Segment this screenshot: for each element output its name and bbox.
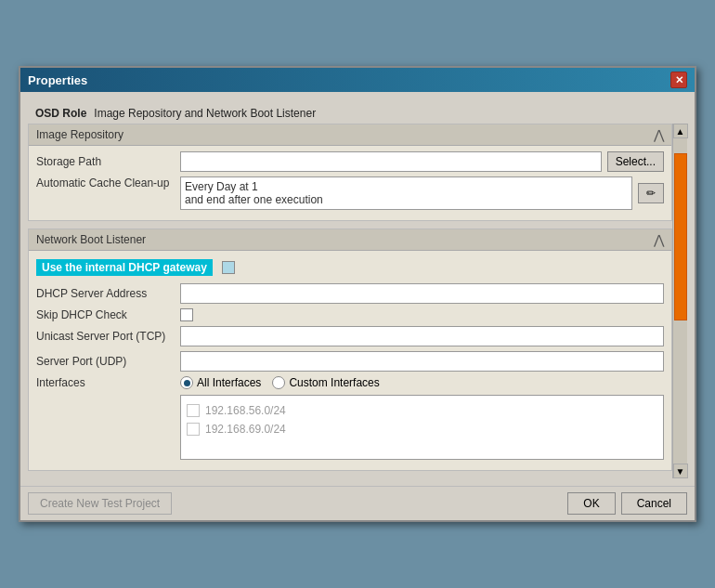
properties-window: Properties ✕ ⊙ OSD Role Image Repository…: [19, 66, 696, 522]
dhcp-server-address-input[interactable]: 172.16.101.150: [180, 283, 664, 304]
storage-path-control: ./data/OsDeployment/streams Select...: [180, 151, 664, 172]
image-repository-section: Image Repository ⋀ Storage Path ./data/O…: [28, 124, 672, 221]
server-port-udp-row: Server Port (UDP) 1610: [36, 351, 664, 372]
server-port-udp-label: Server Port (UDP): [36, 355, 180, 368]
footer: Create New Test Project OK Cancel: [20, 486, 695, 520]
unicast-server-port-input[interactable]: 1613: [180, 326, 664, 346]
dhcp-server-address-label: DHCP Server Address: [36, 287, 180, 300]
edit-button[interactable]: ✏: [638, 183, 664, 203]
interface-item-1: 192.168.56.0/24: [187, 401, 657, 420]
interface-item-2: 192.168.69.0/24: [187, 420, 657, 438]
dhcp-gateway-label: Use the internal DHCP gateway: [36, 259, 213, 276]
interface-2-value: 192.168.69.0/24: [205, 423, 286, 436]
cache-cleanup-line1: Every Day at 1: [185, 180, 628, 193]
scrollbar-down-arrow[interactable]: ▼: [673, 464, 688, 478]
custom-interfaces-radio-btn[interactable]: [272, 376, 285, 389]
scrollbar-up-arrow[interactable]: ▲: [673, 124, 688, 138]
all-interfaces-radio-btn[interactable]: [180, 376, 193, 389]
network-boot-listener-section: Network Boot Listener ⋀ Use the internal…: [28, 229, 672, 471]
interfaces-control: All Interfaces Custom Interfaces: [180, 376, 664, 460]
cancel-button[interactable]: Cancel: [621, 492, 687, 515]
storage-path-input[interactable]: ./data/OsDeployment/streams: [180, 151, 602, 172]
osd-role-label: OSD Role: [35, 107, 86, 120]
skip-dhcp-checkbox[interactable]: [180, 308, 193, 321]
dhcp-gateway-row: Use the internal DHCP gateway: [36, 256, 664, 279]
dhcp-gateway-checkbox[interactable]: [222, 261, 235, 274]
cache-cleanup-line2: and end after one execution: [185, 193, 628, 206]
interface-2-checkbox[interactable]: [187, 423, 200, 436]
image-repository-collapse[interactable]: ⋀: [654, 127, 664, 142]
server-port-udp-control: 1610: [180, 351, 664, 372]
unicast-server-port-control: 1613: [180, 326, 664, 346]
skip-dhcp-check-label: Skip DHCP Check: [36, 308, 180, 321]
unicast-server-port-label: Unicast Server Port (TCP): [36, 330, 180, 343]
dhcp-server-address-control: 172.16.101.150: [180, 283, 664, 304]
create-test-project-button[interactable]: Create New Test Project: [28, 492, 172, 515]
osd-role-value: Image Repository and Network Boot Listen…: [94, 107, 316, 120]
interface-1-value: 192.168.56.0/24: [205, 404, 286, 417]
image-repository-title: Image Repository: [36, 128, 124, 141]
select-button[interactable]: Select...: [607, 151, 664, 172]
unicast-server-port-row: Unicast Server Port (TCP) 1613: [36, 326, 664, 346]
scrollbar-track: ▲ ▼: [672, 124, 687, 478]
ok-button[interactable]: OK: [567, 492, 615, 515]
cache-cleanup-text: Every Day at 1 and end after one executi…: [180, 176, 632, 210]
cache-cleanup-control: Every Day at 1 and end after one executi…: [180, 176, 664, 210]
interfaces-radio-group: All Interfaces Custom Interfaces: [180, 376, 380, 389]
custom-interfaces-label: Custom Interfaces: [289, 376, 379, 389]
interfaces-row: Interfaces All Interfaces Cus: [36, 376, 664, 460]
osd-role-row: OSD Role Image Repository and Network Bo…: [28, 103, 687, 124]
custom-interfaces-radio[interactable]: Custom Interfaces: [272, 376, 379, 389]
dhcp-server-address-row: DHCP Server Address 172.16.101.150: [36, 283, 664, 304]
cache-cleanup-label: Automatic Cache Clean-up: [36, 176, 180, 189]
scrollbar-thumb[interactable]: [674, 153, 687, 320]
image-repository-header: Image Repository ⋀: [29, 124, 671, 146]
skip-dhcp-check-row: Skip DHCP Check: [36, 308, 664, 321]
network-boot-listener-collapse[interactable]: ⋀: [654, 232, 664, 247]
storage-path-label: Storage Path: [36, 155, 180, 168]
title-bar: Properties ✕: [20, 68, 695, 92]
server-port-udp-input[interactable]: 1610: [180, 351, 664, 372]
network-boot-listener-title: Network Boot Listener: [36, 233, 146, 246]
close-button[interactable]: ✕: [670, 72, 687, 88]
skip-dhcp-check-control: [180, 308, 664, 321]
interfaces-label: Interfaces: [36, 376, 180, 389]
all-interfaces-radio[interactable]: All Interfaces: [180, 376, 261, 389]
storage-path-row: Storage Path ./data/OsDeployment/streams…: [36, 151, 664, 172]
interfaces-list: 192.168.56.0/24 192.168.69.0/24: [180, 395, 664, 460]
interface-1-checkbox[interactable]: [187, 404, 200, 417]
all-interfaces-label: All Interfaces: [197, 376, 261, 389]
window-title: Properties: [28, 73, 87, 87]
cache-cleanup-row: Automatic Cache Clean-up Every Day at 1 …: [36, 176, 664, 210]
network-boot-listener-header: Network Boot Listener ⋀: [29, 229, 671, 251]
